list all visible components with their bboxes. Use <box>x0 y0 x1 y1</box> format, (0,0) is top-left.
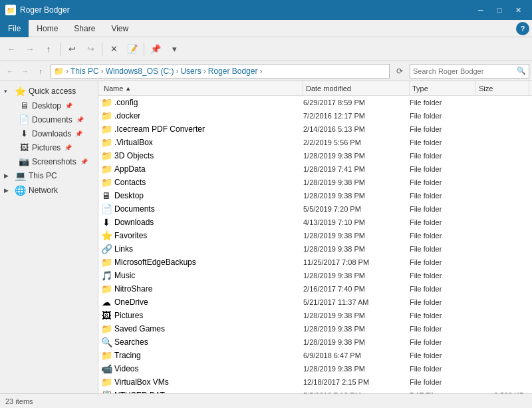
up-button[interactable]: ↑ <box>40 41 57 58</box>
file-type: File folder <box>410 205 476 213</box>
header-size[interactable]: Size <box>476 81 529 96</box>
thispc-chevron: ▶ <box>4 172 12 179</box>
breadcrumb-thispc-label[interactable]: This PC <box>70 67 99 76</box>
quick-access-header[interactable]: ▾ ⭐ Quick access <box>0 84 98 99</box>
table-row[interactable]: 📁 MicrosoftEdgeBackups 11/25/2017 7:08 P… <box>98 256 532 269</box>
view-menu[interactable]: View <box>103 20 136 37</box>
table-row[interactable]: 🖥 Desktop 1/28/2019 9:38 PM File folder <box>98 189 532 202</box>
file-size: 2,560 KB <box>476 391 529 393</box>
breadcrumb-c-drive[interactable]: Windows8_OS (C:) <box>106 67 174 76</box>
table-row[interactable]: 📁 AppData 1/28/2019 7:41 PM File folder <box>98 162 532 176</box>
dropdown-arrow[interactable]: ▾ <box>166 41 183 58</box>
table-row[interactable]: 📁 .Icecream PDF Converter 2/14/2016 5:13… <box>98 122 532 136</box>
sidebar-item-desktop[interactable]: 🖥 Desktop 📌 <box>15 99 98 112</box>
sidebar-item-pictures[interactable]: 🖼 Pictures 📌 <box>15 140 98 154</box>
documents-label: Documents <box>32 115 72 124</box>
file-menu[interactable]: File <box>0 20 29 37</box>
table-row[interactable]: 🔍 Searches 1/28/2019 9:38 PM File folder <box>98 335 532 349</box>
file-type: File folder <box>410 285 476 293</box>
addr-forward-button[interactable]: → <box>18 64 33 79</box>
file-type: File folder <box>410 99 476 106</box>
forward-button[interactable]: → <box>21 41 39 58</box>
table-row[interactable]: 📁 Tracing 6/9/2018 6:47 PM File folder <box>98 349 532 362</box>
redo-button[interactable]: ↪ <box>82 41 99 58</box>
file-date: 1/28/2019 9:38 PM <box>303 152 410 160</box>
address-bar: ← → ↑ 📁 › This PC › Windows8_OS (C:) › U… <box>0 61 532 81</box>
back-button[interactable]: ← <box>3 41 20 58</box>
file-date: 1/28/2019 9:38 PM <box>303 178 410 186</box>
file-icon: 📁 <box>101 377 112 387</box>
maximize-button[interactable]: □ <box>491 3 508 17</box>
file-icon: 📋 <box>101 390 112 393</box>
table-row[interactable]: 📄 Documents 5/5/2019 7:20 PM File folder <box>98 202 532 216</box>
table-row[interactable]: 📁 .docker 7/2/2016 12:17 PM File folder <box>98 109 532 122</box>
file-name: 🖥 Desktop <box>101 190 303 201</box>
screenshots-label: Screenshots <box>32 157 76 166</box>
table-row[interactable]: 📁 3D Objects 1/28/2019 9:38 PM File fold… <box>98 149 532 162</box>
table-row[interactable]: ⭐ Favorites 1/28/2019 9:38 PM File folde… <box>98 229 532 242</box>
close-button[interactable]: ✕ <box>509 3 527 17</box>
rename-button[interactable]: 📝 <box>124 41 141 58</box>
file-name-label: Documents <box>114 204 155 214</box>
share-menu[interactable]: Share <box>66 20 103 37</box>
addr-back-button[interactable]: ← <box>3 64 17 79</box>
table-row[interactable]: 📁 .config 6/29/2017 8:59 PM File folder <box>98 96 532 109</box>
table-row[interactable]: 📹 Videos 1/28/2019 9:38 PM File folder <box>98 362 532 375</box>
refresh-button[interactable]: ⟳ <box>392 64 407 79</box>
documents-pin: 📌 <box>76 116 84 123</box>
title-bar-icon: 📁 <box>5 5 16 15</box>
delete-button[interactable]: ✕ <box>105 41 122 58</box>
thispc-header[interactable]: ▶ 💻 This PC <box>0 168 98 183</box>
file-name-label: Favorites <box>114 231 147 240</box>
breadcrumb-thispc[interactable]: 📁 <box>54 67 64 76</box>
table-row[interactable]: 📋 NTUSER.DAT 5/5/2019 7:13 PM DAT File 2… <box>98 389 532 393</box>
header-name[interactable]: Name ▲ <box>101 81 303 96</box>
file-type: File folder <box>410 165 476 173</box>
search-input[interactable] <box>413 67 517 75</box>
quick-access-chevron: ▾ <box>4 88 12 95</box>
table-row[interactable]: 📁 NitroShare 2/16/2017 7:40 PM File fold… <box>98 282 532 296</box>
breadcrumb-users[interactable]: Users <box>180 67 201 76</box>
file-type: File folder <box>410 245 476 253</box>
sidebar-item-documents[interactable]: 📄 Documents 📌 <box>15 112 98 126</box>
table-row[interactable]: 🔗 Links 1/28/2019 9:38 PM File folder <box>98 242 532 256</box>
table-row[interactable]: 📁 Saved Games 1/28/2019 9:38 PM File fol… <box>98 322 532 335</box>
file-date: 1/28/2019 9:38 PM <box>303 365 410 373</box>
file-date: 7/2/2016 12:17 PM <box>303 112 410 120</box>
table-row[interactable]: 📁 Contacts 1/28/2019 9:38 PM File folder <box>98 176 532 189</box>
quick-access-button[interactable]: 📌 <box>147 41 164 58</box>
undo-button[interactable]: ↩ <box>63 41 80 58</box>
file-date: 2/16/2017 7:40 PM <box>303 285 410 293</box>
table-row[interactable]: 📁 VirtualBox VMs 12/18/2017 2:15 PM File… <box>98 375 532 389</box>
table-row[interactable]: 🖼 Pictures 1/28/2019 9:38 PM File folder <box>98 309 532 322</box>
thispc-icon: 💻 <box>15 170 26 181</box>
header-type[interactable]: Type <box>410 81 476 96</box>
minimize-button[interactable]: ─ <box>472 3 489 17</box>
home-menu[interactable]: Home <box>29 20 66 37</box>
sidebar-item-screenshots[interactable]: 📷 Screenshots 📌 <box>15 154 98 168</box>
search-icon: 🔍 <box>517 67 526 75</box>
file-icon: ⭐ <box>101 230 112 241</box>
file-date: 1/28/2019 9:38 PM <box>303 311 410 319</box>
title-bar-text: Roger Bodger <box>20 5 70 15</box>
file-icon: 📁 <box>101 137 112 148</box>
addr-up-button[interactable]: ↑ <box>33 64 48 79</box>
network-header[interactable]: ▶ 🌐 Network <box>0 183 98 198</box>
file-name: 📁 Tracing <box>101 350 303 361</box>
help-button[interactable]: ? <box>516 22 529 35</box>
table-row[interactable]: 📁 .VirtualBox 2/2/2019 5:56 PM File fold… <box>98 136 532 149</box>
file-date: 1/28/2019 9:38 PM <box>303 192 410 200</box>
file-date: 5/5/2019 7:13 PM <box>303 391 410 393</box>
header-date[interactable]: Date modified <box>303 81 410 96</box>
sidebar-item-downloads[interactable]: ⬇ Downloads 📌 <box>15 126 98 140</box>
file-date: 5/21/2017 11:37 AM <box>303 298 410 306</box>
table-row[interactable]: ☁ OneDrive 5/21/2017 11:37 AM File folde… <box>98 296 532 309</box>
table-row[interactable]: ⬇ Downloads 4/13/2019 7:10 PM File folde… <box>98 216 532 229</box>
search-box[interactable]: 🔍 <box>410 64 529 79</box>
file-icon: 📁 <box>101 350 112 361</box>
file-icon: 📹 <box>101 363 112 374</box>
breadcrumb-current[interactable]: Roger Bodger <box>208 67 258 76</box>
table-row[interactable]: 🎵 Music 1/28/2019 9:38 PM File folder <box>98 269 532 282</box>
file-name: 📁 NitroShare <box>101 284 303 294</box>
file-name-label: Downloads <box>114 218 154 227</box>
